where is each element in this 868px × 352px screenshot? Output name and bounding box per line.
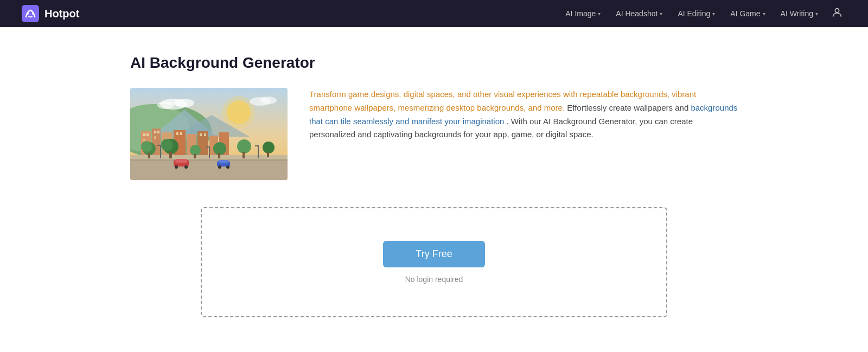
try-free-button[interactable]: Try Free: [383, 241, 484, 267]
svg-rect-19: [143, 133, 145, 136]
svg-rect-20: [146, 133, 149, 136]
svg-rect-28: [204, 133, 206, 136]
svg-rect-48: [209, 146, 210, 158]
svg-rect-53: [175, 159, 187, 163]
logo[interactable]: Hotpot: [22, 5, 79, 22]
svg-point-64: [260, 97, 277, 104]
svg-point-61: [175, 99, 194, 107]
page-title: AI Background Generator: [130, 54, 738, 72]
chevron-down-icon: ▾: [598, 11, 601, 17]
svg-point-33: [141, 141, 152, 152]
logo-text: Hotpot: [44, 8, 79, 20]
description-text-1: Effortlessly create wallpapers and: [567, 103, 691, 112]
nav-label-ai-game: AI Game: [730, 9, 760, 18]
svg-rect-47: [157, 145, 161, 146]
svg-point-59: [226, 165, 229, 169]
dashed-upload-box: Try Free No login required: [201, 207, 667, 317]
svg-rect-27: [200, 133, 202, 136]
svg-point-44: [263, 142, 275, 153]
nav-label-ai-headshot: AI Headshot: [616, 9, 658, 18]
svg-point-54: [175, 165, 178, 169]
main-content: AI Background Generator: [108, 27, 760, 339]
logo-icon: [22, 5, 39, 22]
svg-rect-22: [154, 131, 156, 133]
user-account-icon[interactable]: [828, 3, 846, 24]
chevron-down-icon: ▾: [712, 11, 715, 17]
navbar-nav: AI Image ▾ AI Headshot ▾ AI Editing ▾ AI…: [560, 3, 846, 24]
nav-item-ai-image[interactable]: AI Image ▾: [560, 6, 606, 21]
svg-rect-50: [258, 145, 259, 158]
svg-rect-23: [157, 131, 159, 133]
svg-rect-37: [169, 152, 172, 158]
svg-rect-43: [242, 152, 245, 158]
chevron-down-icon: ▾: [815, 11, 818, 17]
svg-rect-21: [143, 139, 145, 142]
hero-image: [130, 88, 288, 180]
svg-point-2: [32, 12, 34, 15]
dashed-box-section: Try Free No login required: [201, 207, 667, 317]
svg-rect-25: [176, 132, 178, 135]
hero-section: Transform game designs, digital spaces, …: [130, 88, 738, 180]
svg-rect-51: [255, 145, 259, 146]
svg-rect-41: [218, 153, 220, 158]
svg-point-1: [27, 12, 29, 15]
svg-rect-45: [267, 152, 269, 157]
nav-item-ai-editing[interactable]: AI Editing ▾: [672, 6, 720, 21]
svg-rect-49: [206, 146, 210, 148]
navbar: Hotpot AI Image ▾ AI Headshot ▾ AI Editi…: [0, 0, 868, 27]
svg-point-3: [835, 8, 839, 12]
svg-rect-0: [22, 5, 39, 22]
svg-rect-16: [197, 131, 208, 158]
nav-label-ai-image: AI Image: [565, 9, 596, 18]
svg-rect-24: [154, 136, 156, 139]
svg-rect-26: [180, 132, 182, 135]
hero-description: Transform game designs, digital spaces, …: [309, 88, 738, 142]
hero-image-container: [130, 88, 288, 180]
nav-label-ai-writing: AI Writing: [781, 9, 813, 18]
nav-item-ai-headshot[interactable]: AI Headshot ▾: [610, 6, 668, 21]
svg-point-62: [157, 101, 174, 109]
svg-rect-57: [219, 160, 228, 163]
svg-point-42: [237, 139, 251, 153]
chevron-down-icon: ▾: [660, 11, 662, 17]
svg-rect-46: [160, 145, 161, 158]
svg-point-58: [218, 165, 221, 169]
svg-rect-39: [194, 154, 196, 158]
no-login-text: No login required: [405, 275, 463, 284]
svg-point-36: [161, 139, 173, 151]
nav-item-ai-writing[interactable]: AI Writing ▾: [775, 6, 824, 21]
chevron-down-icon: ▾: [763, 11, 765, 17]
nav-item-ai-game[interactable]: AI Game ▾: [725, 6, 770, 21]
svg-rect-29: [130, 157, 288, 180]
nav-label-ai-editing: AI Editing: [678, 9, 710, 18]
svg-rect-34: [148, 153, 150, 158]
svg-point-55: [184, 165, 188, 169]
